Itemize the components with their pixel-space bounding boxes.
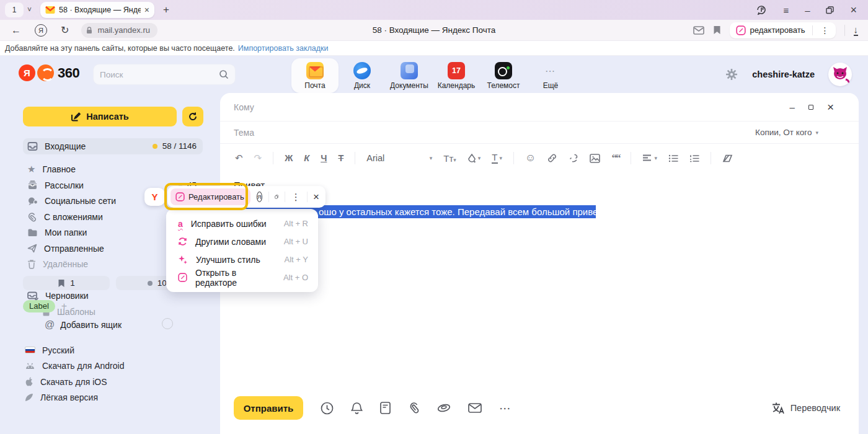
expand-compose-icon[interactable] [808,105,813,110]
italic-icon[interactable]: К [304,153,309,163]
bullet-list-icon[interactable] [668,154,678,162]
divider [631,152,631,164]
numbered-list-icon[interactable] [689,154,699,162]
redo-icon[interactable]: ↷ [254,153,262,164]
yandex-y-badge[interactable]: Y [144,188,165,206]
selection-more-icon[interactable]: ⋮ [291,192,301,203]
strikethrough-icon[interactable]: Т [338,153,343,163]
more-actions-icon[interactable]: ⋯ [499,401,512,415]
yandex-services-icon[interactable]: Я [35,24,47,37]
align-select[interactable]: ▾ [642,154,657,162]
highlight-color-select[interactable]: ▾ [467,154,481,163]
cc-from-toggle[interactable]: Копии, От кого ▾ [755,128,818,137]
app-calendar[interactable]: 17 Календарь [433,58,480,93]
browser-tab[interactable]: 58 · Входящие — Яндек × [40,2,154,18]
light-version-link[interactable]: Лёгкая версия [25,390,124,406]
menu-rephrase[interactable]: Другими словами Alt + U [166,232,318,250]
menu-open-in-editor[interactable]: Открыть в редакторе Alt + O [166,268,318,286]
tab-close-icon[interactable]: × [144,6,149,14]
schedule-send-icon[interactable] [321,402,334,415]
yandex360-logo[interactable]: Я 360 [19,64,79,81]
feather-icon [25,393,33,402]
subject-row[interactable]: Тема Копии, От кого ▾ [220,122,859,144]
downloads-icon[interactable]: ↓ [854,25,859,36]
tab-counter[interactable]: 1 [5,2,24,17]
folder-main[interactable]: ★ Главное [23,162,203,178]
sent-plane-icon [27,244,37,253]
app-docs[interactable]: Документы [386,58,433,93]
restore-window-icon[interactable] [826,6,834,14]
translator-button[interactable]: Переводчик [771,402,840,414]
android-download-link[interactable]: Скачать для Android [25,358,124,374]
to-field[interactable]: Кому [234,102,254,112]
copy-icon[interactable] [275,192,278,202]
side-panel-icon[interactable] [756,5,767,15]
tab-list-chevron-icon[interactable]: ˅ [27,6,32,14]
documents-app-icon [401,62,418,79]
collapse-compose-icon[interactable]: – [790,102,795,112]
selection-close-icon[interactable]: × [313,191,319,203]
unlink-icon[interactable] [569,153,578,163]
bold-icon[interactable]: Ж [285,153,293,163]
font-size-select[interactable]: Тт▾ [443,153,456,164]
minimize-window-icon[interactable]: – [805,5,810,16]
add-mailbox[interactable]: @ Добавить ящик [45,319,122,330]
reload-icon[interactable]: ↻ [61,24,69,36]
bookmarks-filter-pill[interactable]: 1 [23,276,110,290]
app-disk[interactable]: Диск [339,58,386,93]
blockquote-icon[interactable]: ““ [611,152,619,164]
subject-field[interactable]: Тема [234,128,254,138]
attach-from-disk-icon[interactable] [437,402,451,414]
clear-formatting-icon[interactable] [722,154,733,163]
settings-gear-icon[interactable] [725,68,738,81]
browser-menu-icon[interactable]: ≡ [783,5,789,16]
compose-button[interactable]: Написать [23,107,177,126]
search-selection-icon[interactable]: Я [257,192,262,202]
recipient-row[interactable]: Кому – × [220,93,859,122]
label-tag[interactable]: Label [23,300,55,312]
app-mail[interactable]: Почта [291,58,339,93]
import-bookmarks-link[interactable]: Импортировать закладки [238,44,329,53]
close-compose-icon[interactable]: × [827,100,834,114]
edit-menu-button[interactable]: Редактировать [170,188,250,205]
bookmark-icon[interactable] [713,25,721,35]
bookmarks-filter-count: 1 [70,278,75,288]
send-button[interactable]: Отправить [234,396,303,420]
app-more[interactable]: ⋯ Ещё [527,58,574,93]
rephrase-icon [178,237,187,246]
insert-image-icon[interactable] [590,154,600,163]
username[interactable]: cheshire-katze [752,69,815,79]
search-input[interactable] [100,70,219,79]
mail-page: Я 360 Почта Диск Документы 17 Календа [0,56,868,434]
window-titlebar: 1 ˅ 58 · Входящие — Яндек × + ≡ – × [0,0,868,20]
avatar[interactable] [828,63,852,86]
search-box[interactable] [93,64,236,85]
menu-fix-errors[interactable]: а Исправить ошибки Alt + R [166,215,318,232]
undo-icon[interactable]: ↶ [235,153,243,164]
app-telemost[interactable]: Телемост [480,58,527,93]
underline-icon[interactable]: Ч [321,153,327,163]
menu-improve-style[interactable]: Улучшить стиль Alt + Y [166,250,318,268]
mail-notifications-icon[interactable] [693,26,704,35]
address-bar[interactable]: mail.yandex.ru [81,23,157,38]
emoji-icon[interactable]: ☺ [525,152,536,164]
reminder-bell-icon[interactable] [351,402,363,415]
folder-inbox[interactable]: Входящие 58 / 1146 [23,138,203,154]
back-icon[interactable]: ← [11,25,21,36]
template-note-icon[interactable] [380,402,391,414]
font-family-select[interactable]: Arial ▾ [366,153,432,163]
new-tab-button[interactable]: + [163,4,169,16]
close-window-icon[interactable]: × [850,4,857,17]
edit-more-icon[interactable]: ⋮ [817,25,833,35]
insert-link-icon[interactable] [547,153,557,163]
refresh-mail-button[interactable] [182,107,203,126]
text-color-select[interactable]: Т ▾ [492,153,502,164]
attach-from-mail-icon[interactable] [468,403,482,413]
bookmarks-hint: Добавляйте на эту панель сайты, которые … [5,44,235,53]
ios-download-link[interactable]: Скачать для iOS [25,374,124,390]
attach-file-icon[interactable] [408,402,420,414]
browser-edit-button[interactable]: редактировать ⋮ [730,22,836,38]
add-label-icon[interactable]: + [61,301,67,312]
language-link[interactable]: Русский [25,342,124,358]
edit-menu-label: Редактировать [188,192,244,202]
